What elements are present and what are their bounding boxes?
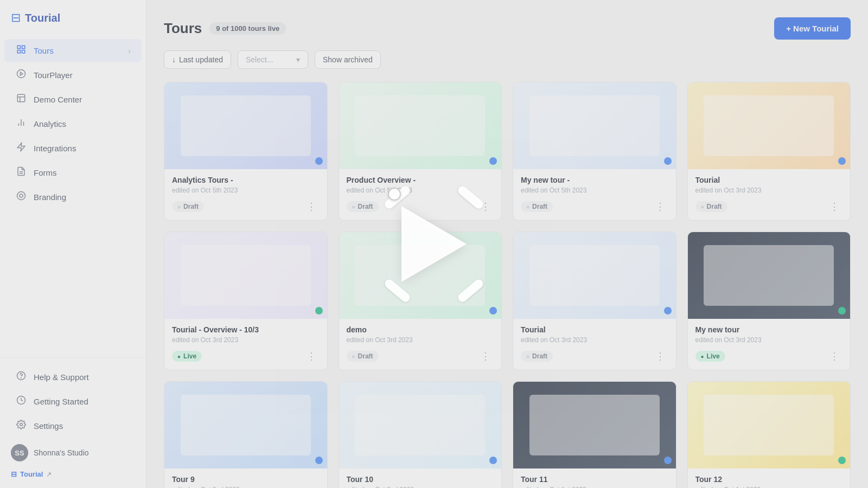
status-icon: ○ bbox=[701, 204, 704, 210]
settings-icon bbox=[15, 420, 27, 432]
tour-card-body: demo edited on Oct 3rd 2023 ○ Draft ⋮ bbox=[339, 319, 502, 370]
status-icon: ○ bbox=[352, 204, 355, 210]
status-label: Draft bbox=[532, 352, 547, 360]
tour-thumbnail bbox=[339, 232, 502, 319]
tour-card-footer: ○ Draft ⋮ bbox=[521, 200, 668, 214]
badge-icon: ⊟ bbox=[11, 470, 17, 478]
tourial-badge: ⊟ Tourial ↗ bbox=[0, 467, 146, 481]
thumb-dot bbox=[315, 157, 323, 165]
status-label: Draft bbox=[532, 203, 547, 210]
svg-point-16 bbox=[20, 194, 23, 197]
sidebar-item-forms[interactable]: Forms bbox=[4, 161, 142, 184]
sidebar-label-tourplayer: TourPlayer bbox=[34, 70, 73, 80]
democenter-icon bbox=[15, 93, 27, 106]
card-menu-button[interactable]: ⋮ bbox=[652, 200, 668, 214]
sidebar-item-tours[interactable]: Tours › bbox=[4, 39, 142, 62]
tour-card-body: Tour 12 edited on Oct 1st 2023 ● Live ⋮ bbox=[688, 468, 851, 488]
card-menu-button[interactable]: ⋮ bbox=[477, 200, 494, 214]
tour-card[interactable]: Tourial edited on Oct 3rd 2023 ○ Draft ⋮ bbox=[687, 82, 851, 221]
sidebar-item-branding[interactable]: Branding bbox=[4, 185, 142, 209]
logo-area[interactable]: ⊟ Tourial bbox=[0, 0, 146, 34]
thumbnail-bg bbox=[339, 232, 502, 319]
tour-thumbnail bbox=[688, 82, 851, 169]
svg-rect-3 bbox=[22, 50, 25, 53]
card-menu-button[interactable]: ⋮ bbox=[303, 349, 320, 363]
svg-point-18 bbox=[21, 377, 22, 378]
new-tour-button[interactable]: + New Tourial bbox=[774, 17, 851, 40]
bar-chart-viz bbox=[212, 421, 279, 429]
select-filter-dropdown[interactable]: Select... ▾ bbox=[238, 50, 308, 69]
tour-thumbnail bbox=[513, 82, 676, 169]
sort-last-updated-button[interactable]: ↓ Last updated bbox=[164, 50, 231, 69]
sidebar: ⊟ Tourial Tours › TourPlayer Demo Center bbox=[0, 0, 146, 488]
tour-card[interactable]: Tour 9 edited on Oct 2nd 2023 ○ Draft ⋮ bbox=[164, 381, 328, 488]
card-menu-button[interactable]: ⋮ bbox=[826, 200, 843, 214]
thumbnail-inner bbox=[529, 395, 660, 455]
tour-card-date: edited on Oct 1st 2023 bbox=[695, 486, 843, 488]
tour-card-footer: ○ Draft ⋮ bbox=[695, 200, 843, 214]
sidebar-label-forms: Forms bbox=[34, 168, 57, 177]
sidebar-nav: Tours › TourPlayer Demo Center Analytics bbox=[0, 34, 146, 357]
sidebar-item-help[interactable]: Help & Support bbox=[4, 365, 142, 389]
svg-point-20 bbox=[20, 423, 23, 426]
svg-rect-1 bbox=[22, 46, 25, 48]
bar-chart-viz bbox=[212, 271, 279, 280]
tour-card[interactable]: Analytics Tours - edited on Oct 5th 2023… bbox=[164, 82, 328, 221]
page-title: Tours bbox=[164, 20, 202, 37]
tour-card-date: edited on Oct 2nd 2023 bbox=[172, 486, 320, 488]
tour-card[interactable]: Tour 10 edited on Oct 2nd 2023 ○ Draft ⋮ bbox=[339, 381, 502, 488]
tour-thumbnail bbox=[164, 82, 327, 169]
sidebar-label-branding: Branding bbox=[34, 192, 66, 202]
bar-chart-viz bbox=[561, 421, 628, 429]
tour-card[interactable]: My new tour - edited on Oct 5th 2023 ○ D… bbox=[513, 82, 676, 221]
tour-card-date: edited on Oct 2nd 2023 bbox=[347, 486, 494, 488]
thumbnail-bg bbox=[513, 232, 676, 319]
bar-chart-viz bbox=[736, 271, 802, 280]
sidebar-item-settings[interactable]: Settings bbox=[4, 414, 142, 438]
tour-card[interactable]: Product Overview - edited on Oct 5th 202… bbox=[339, 82, 502, 221]
tour-card[interactable]: Tour 12 edited on Oct 1st 2023 ● Live ⋮ bbox=[687, 381, 851, 488]
sidebar-label-getting-started: Getting Started bbox=[34, 397, 88, 406]
show-archived-button[interactable]: Show archived bbox=[315, 50, 381, 69]
thumbnail-inner bbox=[704, 395, 834, 455]
user-profile[interactable]: SS Shonna's Studio bbox=[0, 439, 146, 467]
status-badge: ○ Draft bbox=[172, 201, 204, 212]
tour-card[interactable]: Tourial edited on Oct 3rd 2023 ○ Draft ⋮ bbox=[513, 232, 676, 370]
thumb-dot bbox=[489, 457, 497, 464]
card-menu-button[interactable]: ⋮ bbox=[652, 349, 668, 363]
tour-card[interactable]: Tour 11 edited on Oct 1st 2023 ○ Draft ⋮ bbox=[513, 381, 676, 488]
tour-card-title: My new tour bbox=[695, 325, 843, 334]
card-menu-button[interactable]: ⋮ bbox=[303, 200, 320, 214]
tour-card-body: Analytics Tours - edited on Oct 5th 2023… bbox=[164, 169, 327, 220]
thumbnail-bg bbox=[513, 82, 676, 169]
card-menu-button[interactable]: ⋮ bbox=[826, 349, 843, 363]
tour-card[interactable]: demo edited on Oct 3rd 2023 ○ Draft ⋮ bbox=[339, 232, 502, 370]
sort-label: Last updated bbox=[179, 55, 223, 64]
bar-chart-viz bbox=[561, 271, 628, 280]
sidebar-item-democenter[interactable]: Demo Center bbox=[4, 88, 142, 111]
tour-card-title: Tourial bbox=[521, 325, 668, 334]
sidebar-item-integrations[interactable]: Integrations bbox=[4, 137, 142, 160]
status-badge: ● Live bbox=[695, 351, 725, 362]
card-menu-button[interactable]: ⋮ bbox=[477, 349, 494, 363]
tour-thumbnail bbox=[339, 382, 502, 468]
tour-card[interactable]: Tourial - Overview - 10/3 edited on Oct … bbox=[164, 232, 328, 370]
sort-icon: ↓ bbox=[172, 55, 176, 64]
getting-started-icon bbox=[15, 395, 27, 408]
tour-card-footer: ○ Draft ⋮ bbox=[521, 349, 668, 363]
tours-chevron: › bbox=[128, 47, 131, 55]
logo-text: Tourial bbox=[25, 12, 60, 24]
tour-card-body: Tourial edited on Oct 3rd 2023 ○ Draft ⋮ bbox=[688, 169, 851, 220]
svg-rect-2 bbox=[17, 50, 20, 53]
tour-card[interactable]: My new tour edited on Oct 3rd 2023 ● Liv… bbox=[687, 232, 851, 370]
tour-card-title: Tour 11 bbox=[521, 475, 668, 484]
thumbnail-bg bbox=[513, 382, 676, 468]
sidebar-label-integrations: Integrations bbox=[34, 144, 76, 153]
sidebar-item-tourplayer[interactable]: TourPlayer bbox=[4, 63, 142, 87]
sidebar-item-getting-started[interactable]: Getting Started bbox=[4, 390, 142, 413]
tours-grid: Analytics Tours - edited on Oct 5th 2023… bbox=[164, 82, 851, 488]
thumbnail-bg bbox=[164, 232, 327, 319]
thumbnail-inner bbox=[181, 395, 311, 455]
tour-card-title: Tour 10 bbox=[347, 475, 494, 484]
sidebar-item-analytics[interactable]: Analytics bbox=[4, 112, 142, 136]
